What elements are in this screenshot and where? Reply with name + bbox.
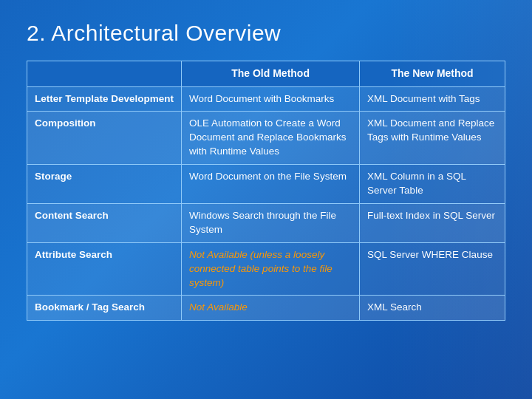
row-label: Letter Template Development <box>27 86 182 112</box>
row-new-method: XML Search <box>360 296 505 321</box>
table-row: Attribute SearchNot Available (unless a … <box>27 242 505 296</box>
table-row: Letter Template DevelopmentWord Document… <box>27 86 505 112</box>
row-old-method: Not Available (unless a loosely connecte… <box>182 242 360 296</box>
table-row: StorageWord Document on the File SystemX… <box>27 165 505 204</box>
row-new-method: XML Column in a SQL Server Table <box>360 165 505 204</box>
row-label: Attribute Search <box>27 242 182 296</box>
row-new-method: Full-text Index in SQL Server <box>360 203 505 242</box>
row-new-method: SQL Server WHERE Clause <box>360 242 505 296</box>
header-new-method: The New Method <box>360 61 505 87</box>
row-old-method: OLE Automation to Create a Word Document… <box>182 112 360 165</box>
table-header-row: The Old Method The New Method <box>27 61 505 87</box>
row-label: Bookmark / Tag Search <box>27 296 182 321</box>
row-new-method: XML Document with Tags <box>360 86 505 112</box>
row-old-method: Windows Search through the File System <box>182 203 360 242</box>
slide: 2. Architectural Overview The Old Method… <box>0 0 532 399</box>
row-new-method: XML Document and Replace Tags with Runti… <box>360 112 505 165</box>
slide-title: 2. Architectural Overview <box>27 21 505 46</box>
row-label: Storage <box>27 165 182 204</box>
comparison-table: The Old Method The New Method Letter Tem… <box>27 61 505 321</box>
row-label: Content Search <box>27 203 182 242</box>
table-row: CompositionOLE Automation to Create a Wo… <box>27 112 505 165</box>
row-label: Composition <box>27 112 182 165</box>
row-old-method: Word Document with Bookmarks <box>182 86 360 112</box>
header-old-method: The Old Method <box>182 61 360 87</box>
row-old-method: Not Available <box>182 296 360 321</box>
row-old-method: Word Document on the File System <box>182 165 360 204</box>
header-col0 <box>27 61 182 87</box>
table-row: Content SearchWindows Search through the… <box>27 203 505 242</box>
table-row: Bookmark / Tag SearchNot AvailableXML Se… <box>27 296 505 321</box>
